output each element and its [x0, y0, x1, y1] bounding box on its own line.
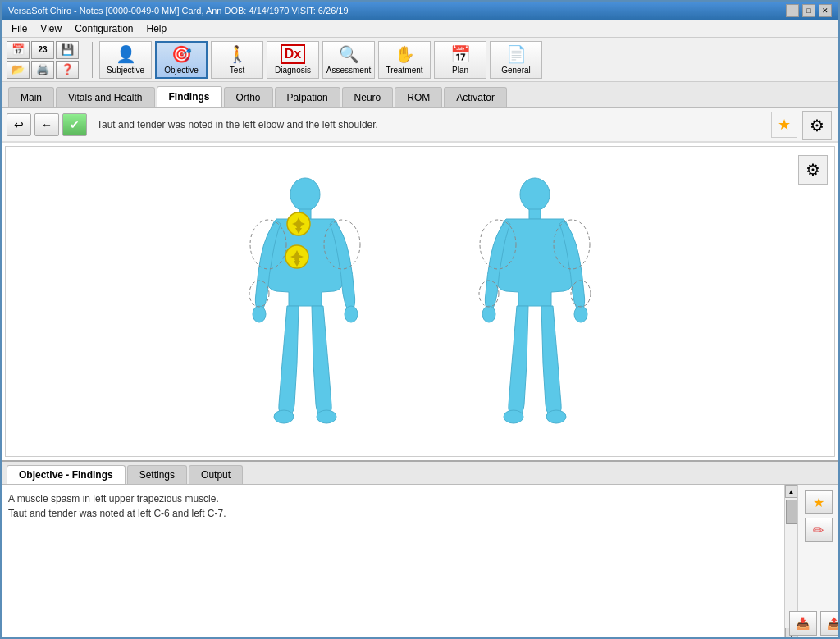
tab-neuro[interactable]: Neuro [342, 87, 394, 107]
front-body-figure[interactable] [231, 175, 379, 429]
treatment-icon: ✋ [395, 44, 415, 64]
maximize-button[interactable]: □ [802, 4, 815, 17]
svg-point-11 [520, 178, 550, 211]
toolbar-treatment-button[interactable]: ✋ Treatment [378, 41, 431, 79]
toolbar-assessment-label: Assessment [326, 66, 371, 75]
tab-ortho[interactable]: Ortho [224, 87, 273, 107]
tab-main[interactable]: Main [8, 87, 54, 107]
bottom-content: A muscle spasm in left upper trapezious … [2, 485, 838, 639]
svg-point-2 [253, 306, 266, 322]
scroll-up-arrow[interactable]: ▲ [785, 485, 798, 498]
assessment-icon: 🔍 [339, 44, 359, 64]
menu-configuration[interactable]: Configuration [68, 21, 139, 36]
tab-strip: Main Vitals and Health Findings Ortho Pa… [2, 82, 838, 108]
svg-point-16 [546, 410, 566, 423]
confirm-button[interactable]: ✔ [62, 113, 87, 136]
bottom-panel: Objective - Findings Settings Output A m… [2, 460, 838, 639]
bottom-right-bottom-buttons: 📥 📤 [789, 611, 841, 636]
toolbar-row-top: 📅 23 💾 [7, 41, 79, 59]
bottom-tab-settings[interactable]: Settings [127, 465, 187, 484]
bottom-star-button[interactable]: ★ [805, 490, 833, 514]
minimize-button[interactable]: — [786, 4, 799, 17]
open-button[interactable]: 📂 [7, 61, 30, 79]
back-body-figure[interactable] [461, 175, 609, 429]
objective-icon: 🎯 [171, 44, 192, 64]
toolbar-plan-button[interactable]: 📅 Plan [434, 41, 486, 79]
date-button[interactable]: 23 [31, 41, 54, 59]
svg-point-0 [290, 178, 320, 211]
action-bar-wrapper: ↩ ← ✔ Taut and tender was noted in the l… [2, 108, 838, 143]
note-text: Taut and tender was noted in the left el… [90, 119, 768, 130]
toolbar-subjective-button[interactable]: 👤 Subjective [99, 41, 152, 79]
menu-file[interactable]: File [5, 21, 34, 36]
bottom-edit-button[interactable]: ✏ [805, 518, 833, 542]
main-content: ↩ ← ✔ Taut and tender was noted in the l… [2, 108, 838, 639]
body-gear-button[interactable]: ⚙ [798, 155, 828, 185]
tab-rom[interactable]: ROM [395, 87, 442, 107]
bottom-right-top-buttons: ★ ✏ [805, 490, 833, 542]
print-button[interactable]: 🖨️ [31, 61, 54, 79]
plan-icon: 📅 [450, 44, 471, 64]
figures-container [231, 147, 609, 456]
svg-point-15 [504, 410, 523, 423]
close-button[interactable]: ✕ [819, 4, 832, 17]
bottom-tab-objective-findings[interactable]: Objective - Findings [7, 465, 126, 484]
calendar-button[interactable]: 📅 [7, 41, 30, 59]
bottom-tab-output[interactable]: Output [189, 465, 243, 484]
toolbar-assessment-button[interactable]: 🔍 Assessment [322, 41, 375, 79]
toolbar-plan-label: Plan [452, 66, 468, 75]
toolbar-treatment-label: Treatment [386, 66, 422, 75]
back-button[interactable]: ← [34, 113, 59, 136]
diagnosis-icon: Dx [281, 44, 305, 64]
svg-point-5 [317, 410, 336, 423]
save-button[interactable]: 💾 [56, 41, 79, 59]
toolbar-diagnosis-label: Diagnosis [275, 66, 311, 75]
general-icon: 📄 [506, 44, 527, 64]
scroll-thumb[interactable] [786, 500, 797, 524]
svg-point-13 [482, 306, 495, 322]
toolbar-general-label: General [501, 66, 531, 75]
toolbar-file-buttons: 📅 23 💾 📂 🖨️ ❓ [7, 41, 79, 79]
body-diagram-area[interactable]: ⚙ [5, 146, 835, 457]
toolbar-objective-button[interactable]: 🎯 Objective [155, 41, 208, 79]
toolbar-subjective-label: Subjective [107, 66, 144, 75]
bottom-text: A muscle spasm in left upper trapezious … [2, 485, 784, 639]
title-bar: VersaSoft Chiro - Notes [0000-0049-0 MM]… [2, 2, 838, 20]
menu-view[interactable]: View [34, 21, 68, 36]
svg-rect-12 [529, 209, 541, 219]
window-title: VersaSoft Chiro - Notes [0000-0049-0 MM]… [8, 6, 786, 16]
undo-button[interactable]: ↩ [7, 113, 31, 136]
toolbar: 📅 23 💾 📂 🖨️ ❓ 👤 Subjective 🎯 Objective 🚶… [2, 38, 838, 82]
import-button[interactable]: 📥 [789, 611, 817, 636]
window-controls: — □ ✕ [786, 4, 832, 17]
toolbar-test-label: Test [230, 66, 244, 75]
toolbar-row-bottom: 📂 🖨️ ❓ [7, 61, 79, 79]
tab-vitals-health[interactable]: Vitals and Health [56, 87, 155, 107]
toolbar-separator [92, 42, 93, 78]
tab-activator[interactable]: Activator [444, 87, 507, 107]
svg-point-3 [345, 306, 358, 322]
export-button[interactable]: 📤 [820, 611, 841, 636]
svg-point-14 [574, 306, 587, 322]
tab-findings[interactable]: Findings [157, 86, 222, 107]
subjective-icon: 👤 [116, 44, 136, 64]
toolbar-diagnosis-button[interactable]: Dx Diagnosis [267, 41, 319, 79]
toolbar-general-button[interactable]: 📄 General [490, 41, 542, 79]
bottom-text-line1: A muscle spasm in left upper trapezious … [8, 491, 778, 506]
bottom-text-line2: Taut and tender was noted at left C-6 an… [8, 506, 778, 521]
svg-point-4 [274, 410, 294, 423]
star-button[interactable]: ★ [771, 112, 797, 138]
toolbar-objective-label: Objective [164, 66, 199, 75]
tab-palpation[interactable]: Palpation [275, 87, 340, 107]
gear-button[interactable]: ⚙ [802, 111, 832, 140]
action-bar: ↩ ← ✔ Taut and tender was noted in the l… [2, 108, 838, 142]
toolbar-test-button[interactable]: 🚶 Test [211, 41, 263, 79]
help-button[interactable]: ❓ [56, 61, 79, 79]
bottom-tab-strip: Objective - Findings Settings Output [2, 462, 838, 485]
bottom-right-buttons: ★ ✏ 📥 📤 [797, 485, 838, 639]
menu-bar: File View Configuration Help [2, 20, 838, 38]
test-icon: 🚶 [227, 44, 248, 64]
menu-help[interactable]: Help [140, 21, 174, 36]
